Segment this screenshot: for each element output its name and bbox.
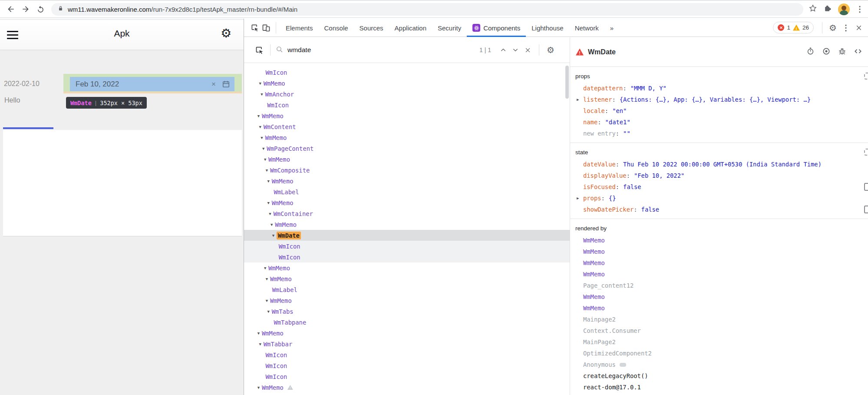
next-match-icon[interactable] [509, 47, 521, 53]
boolean-checkbox[interactable] [864, 206, 868, 213]
tree-row[interactable]: ▼ WmMemo ! [244, 262, 570, 273]
rendered-by-row[interactable]: WmMemo [570, 291, 868, 302]
settings-gear-icon[interactable]: ⚙ [221, 26, 231, 40]
expand-arrow-icon[interactable]: ▼ [255, 114, 262, 118]
rendered-by-row[interactable]: WmMemo [570, 235, 868, 246]
tree-row[interactable]: ▼ WmMemo ! [244, 78, 570, 89]
tree-row[interactable]: ▼ WmLabel ! [244, 186, 570, 197]
rendered-by-row[interactable]: Page_content12 [570, 280, 868, 291]
expand-arrow-icon[interactable]: ▼ [257, 342, 264, 346]
tree-row[interactable]: ▼ WmDate ! [244, 230, 570, 241]
tree-row[interactable]: ▼ WmContainer ! [244, 208, 570, 219]
state-value[interactable]: Thu Feb 10 2022 00:00:00 GMT+0530 (India… [623, 161, 822, 168]
calendar-icon[interactable] [222, 80, 230, 88]
expand-arrow-icon[interactable]: ▼ [268, 222, 275, 227]
bookmark-star-icon[interactable] [809, 4, 817, 14]
state-row[interactable]: ▶ displayValue: "Feb 10, 2022" [570, 170, 868, 181]
rendered-by-row[interactable]: WmMemo [570, 246, 868, 257]
tree-row[interactable]: ▼ WmIcon ! [244, 349, 570, 360]
tree-row[interactable]: ▼ WmTabpane ! [244, 317, 570, 328]
devtools-tab[interactable]: Console [319, 19, 354, 37]
devtools-tab[interactable]: Application [389, 19, 432, 37]
tree-row[interactable]: ▼ WmIcon ! [244, 100, 570, 110]
tree-row[interactable]: ▼ WmMemo ! [244, 154, 570, 165]
state-row[interactable]: ▶ props: {} [570, 193, 868, 204]
tree-row[interactable]: ▼ WmMemo ! [244, 382, 570, 393]
state-row[interactable]: ▶ dateValue: Thu Feb 10 2022 00:00:00 GM… [570, 159, 868, 170]
expand-arrow-icon[interactable]: ▼ [265, 309, 272, 314]
tree-row[interactable]: ▼ WmLabel ! [244, 284, 570, 295]
expand-arrow-icon[interactable]: ▼ [260, 146, 267, 151]
tree-row[interactable]: ▼ WmIcon ! [244, 252, 570, 262]
devtools-tab[interactable]: » [604, 19, 619, 37]
expand-arrow-icon[interactable]: ▼ [264, 168, 270, 173]
state-value[interactable]: {} [609, 195, 616, 202]
rendered-by-row[interactable]: WmMemo [570, 257, 868, 269]
devtools-tab[interactable]: Lighthouse [526, 19, 569, 37]
rendered-by-row[interactable]: WmMemo [570, 302, 868, 314]
rendered-by-row[interactable]: WmMemo [570, 269, 868, 280]
expand-arrow-icon[interactable]: ▼ [264, 299, 270, 303]
prop-value[interactable]: "en" [612, 107, 627, 114]
prop-row[interactable]: ▶ datepattern: "MMM D, Y" [570, 83, 868, 94]
state-value[interactable]: false [623, 183, 641, 190]
expand-arrow-icon[interactable]: ▼ [270, 233, 277, 238]
copy-props-icon[interactable] [864, 73, 868, 80]
tree-row[interactable]: ▼ WmMemo ! [244, 273, 570, 284]
state-row[interactable]: ▶ isFocused: false [570, 181, 868, 193]
component-search-input[interactable] [287, 46, 479, 54]
app-tab[interactable] [3, 112, 13, 120]
tree-row[interactable]: ▼ WmMemo ! [244, 197, 570, 208]
tree-row[interactable]: ▼ WmTabs ! [244, 306, 570, 317]
state-value[interactable]: false [641, 206, 660, 213]
state-value[interactable]: "Feb 10, 2022" [634, 172, 684, 179]
device-toolbar-icon[interactable] [261, 23, 272, 32]
expand-arrow-icon[interactable]: ▼ [267, 212, 273, 216]
tree-row[interactable]: ▼ WmIcon ! [244, 67, 570, 78]
suspend-stopwatch-icon[interactable] [806, 47, 815, 57]
tree-row[interactable]: ▼ WmMemo ! [244, 328, 570, 339]
tree-row[interactable]: ▼ WmComposite ! [244, 165, 570, 176]
expand-arrow-icon[interactable]: ▼ [262, 157, 268, 162]
extensions-puzzle-icon[interactable] [823, 4, 832, 14]
rendered-by-row[interactable]: Context.Consumer [570, 325, 868, 336]
prop-row[interactable]: ▶ listener: {Actions: {…}, App: {…}, Var… [570, 94, 868, 105]
rendered-by-row[interactable]: Mainpage2 [570, 314, 868, 325]
devtools-tab[interactable]: Components [467, 19, 526, 37]
rendered-by-row[interactable]: OptimizedComponent2 [570, 348, 868, 359]
prop-row[interactable]: ▶ name: "date1" [570, 116, 868, 128]
prop-value[interactable]: "MMM D, Y" [630, 85, 667, 92]
devtools-tab[interactable]: Elements [280, 19, 319, 37]
inspect-element-icon[interactable] [249, 23, 261, 32]
app-tab[interactable] [24, 112, 34, 120]
prop-value[interactable]: {Actions: {…}, App: {…}, Variables: {…},… [620, 96, 811, 103]
tree-row[interactable]: ▼ WmContent ! [244, 121, 570, 132]
expand-arrow-icon[interactable]: ▼ [262, 266, 268, 270]
view-source-icon[interactable] [854, 47, 862, 57]
tree-settings-gear-icon[interactable]: ⚙ [545, 45, 557, 55]
url-bar[interactable]: wm11.wavemakeronline.com/run-7x9x2d8c1p/… [51, 3, 803, 16]
tree-row[interactable]: ▼ WmMemo ! [244, 219, 570, 230]
devtools-tab[interactable]: Sources [354, 19, 389, 37]
app-tab[interactable] [13, 112, 24, 120]
prop-value[interactable]: "date1" [605, 119, 630, 126]
clear-date-icon[interactable]: × [211, 80, 216, 89]
prop-row[interactable]: ▶ locale: "en" [570, 105, 868, 116]
state-row[interactable]: ▶ showDatePicker: false [570, 204, 868, 215]
expand-arrow-icon[interactable]: ▶ [577, 196, 579, 200]
tree-row[interactable]: ▼ WmIcon ! [244, 241, 570, 252]
prop-row[interactable]: ▶ new entry: "" [570, 128, 868, 139]
expand-arrow-icon[interactable]: ▼ [264, 277, 270, 281]
devtools-tab[interactable]: Network [569, 19, 604, 37]
tree-row[interactable]: ▼ WmMemo ! [244, 295, 570, 306]
tree-row[interactable]: ▼ WmIcon ! [244, 360, 570, 371]
devtools-tab[interactable]: Security [432, 19, 467, 37]
boolean-checkbox[interactable] [864, 183, 868, 191]
inspect-dom-eye-icon[interactable] [822, 47, 831, 57]
expand-arrow-icon[interactable]: ▼ [265, 201, 272, 205]
expand-arrow-icon[interactable]: ▼ [255, 385, 262, 390]
devtools-close-icon[interactable] [852, 24, 865, 31]
reload-icon[interactable] [33, 2, 48, 17]
expand-arrow-icon[interactable]: ▼ [265, 179, 272, 183]
date-input[interactable]: Feb 10, 2022 × [70, 77, 234, 91]
